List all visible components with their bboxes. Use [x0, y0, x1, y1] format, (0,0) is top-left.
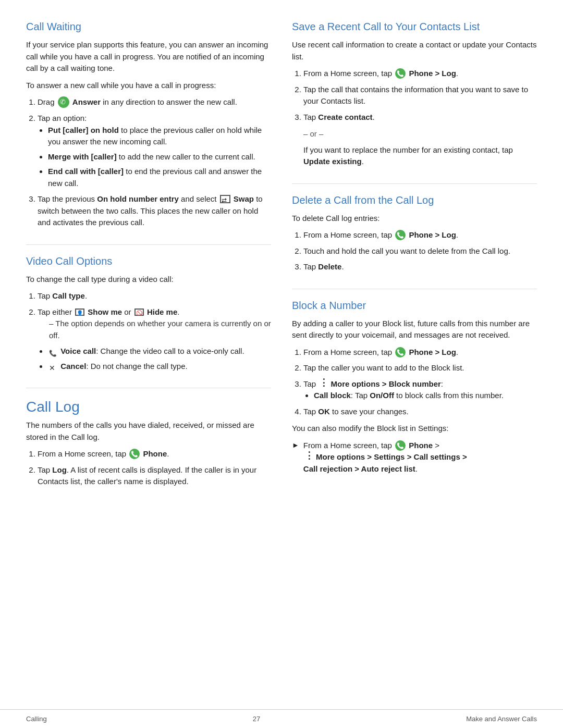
save-step3: Tap Create contact.: [303, 112, 537, 124]
delete-call-section: Delete a Call from the Call Log To delet…: [292, 194, 537, 273]
video-step2-subitems: The option depends on whether your camer…: [38, 318, 271, 341]
divider-4: [292, 289, 537, 289]
block-options: Call block: Tap On/Off to block calls fr…: [314, 390, 537, 402]
call-block-option: Call block: Tap On/Off to block calls fr…: [314, 390, 537, 402]
content-area: Call Waiting If your service plan suppor…: [0, 0, 563, 709]
block-number-para: By adding a caller to your Block list, f…: [292, 318, 537, 341]
call-waiting-step1: Drag Answer in any direction to answer t…: [38, 96, 271, 108]
divider-2: [26, 388, 271, 388]
left-column: Call Waiting If your service plan suppor…: [26, 21, 271, 668]
answer-bold: Answer: [72, 97, 101, 106]
answer-icon: [58, 96, 69, 108]
divider-3: [292, 183, 537, 184]
more-options-icon: ⋮: [319, 380, 327, 388]
phone-icon-2: [395, 68, 406, 79]
call-log-title: Call Log: [26, 399, 271, 415]
footer: Calling 27 Make and Answer Calls: [0, 709, 563, 728]
option-merge: Merge with [caller] to add the new calle…: [48, 151, 271, 163]
voice-call-icon: [49, 347, 57, 355]
video-step1: Tap Call type.: [38, 290, 271, 302]
delete-step3: Tap Delete.: [303, 261, 537, 273]
save-recent-call-steps: From a Home screen, tap Phone > Log. Tap…: [303, 68, 537, 123]
block-step1: From a Home screen, tap Phone > Log.: [303, 347, 537, 359]
call-log-steps: From a Home screen, tap Phone. Tap Log. …: [38, 448, 271, 488]
more-options-icon-2: ⋮: [304, 453, 313, 461]
arrow-text: From a Home screen, tap Phone > ⋮ More o…: [303, 440, 467, 475]
also-text: You can also modify the Block list in Se…: [292, 423, 537, 435]
save-step2: Tap the call that contains the informati…: [303, 84, 537, 107]
save-recent-call-section: Save a Recent Call to Your Contacts List…: [292, 21, 537, 168]
call-waiting-step2: Tap an option: Put [caller] on hold to p…: [38, 113, 271, 189]
block-step3: Tap ⋮ More options > Block number: Call …: [303, 378, 537, 402]
page-container: Call Waiting If your service plan suppor…: [0, 0, 563, 728]
delete-step1: From a Home screen, tap Phone > Log.: [303, 229, 537, 241]
footer-center: 27: [253, 715, 260, 723]
phone-icon-3: [395, 230, 406, 240]
call-log-para: The numbers of the calls you have dialed…: [26, 419, 271, 443]
swap-icon: [220, 195, 230, 203]
arrow-right: ►: [292, 441, 299, 449]
phone-icon-4: [395, 347, 406, 357]
cancel-option: Cancel: Do not change the call type.: [48, 361, 271, 373]
show-me-icon: [75, 309, 84, 316]
call-waiting-title: Call Waiting: [26, 21, 271, 33]
call-waiting-step3: Tap the previous On hold number entry an…: [38, 193, 271, 229]
phone-icon-5: [395, 440, 406, 451]
call-waiting-section: Call Waiting If your service plan suppor…: [26, 21, 271, 229]
call-log-section: Call Log The numbers of the calls you ha…: [26, 399, 271, 488]
delete-call-para: To delete Call log entries:: [292, 213, 537, 225]
option-end-call: End call with [caller] to end the previo…: [48, 166, 271, 189]
phone-icon-1: [129, 449, 140, 459]
save-recent-call-para: Use recent call information to create a …: [292, 39, 537, 63]
footer-left: Calling: [26, 715, 47, 723]
footer-right: Make and Answer Calls: [466, 715, 537, 723]
save-step1: From a Home screen, tap Phone > Log.: [303, 68, 537, 80]
video-call-steps: Tap Call type. Tap either Show me or Hid…: [38, 290, 271, 372]
call-waiting-para2: To answer a new call while you have a ca…: [26, 80, 271, 92]
delete-call-steps: From a Home screen, tap Phone > Log. Tou…: [303, 229, 537, 273]
block-number-section: Block a Number By adding a caller to you…: [292, 300, 537, 475]
call-log-step2: Tap Log. A list of recent calls is displ…: [38, 464, 271, 488]
divider-1: [26, 244, 271, 245]
video-call-options-section: Video Call Options To change the call ty…: [26, 255, 271, 373]
video-call-para: To change the call type during a video c…: [26, 274, 271, 286]
cancel-icon: [49, 362, 57, 371]
block-number-steps: From a Home screen, tap Phone > Log. Tap…: [303, 347, 537, 418]
call-waiting-para1: If your service plan supports this featu…: [26, 39, 271, 75]
call-log-step1: From a Home screen, tap Phone.: [38, 448, 271, 460]
arrow-bullet-settings: ► From a Home screen, tap Phone > ⋮ More…: [292, 440, 537, 475]
call-waiting-options: Put [caller] on hold to place the previo…: [48, 125, 271, 190]
block-number-title: Block a Number: [292, 300, 537, 312]
update-existing-text: If you want to replace the number for an…: [303, 144, 537, 168]
save-recent-call-title: Save a Recent Call to Your Contacts List: [292, 21, 537, 33]
block-step4: Tap OK to save your changes.: [303, 406, 537, 418]
call-waiting-steps: Drag Answer in any direction to answer t…: [38, 96, 271, 229]
delete-step2: Touch and hold the call you want to dele…: [303, 245, 537, 257]
video-call-options-title: Video Call Options: [26, 255, 271, 267]
video-options: Voice call: Change the video call to a v…: [48, 346, 271, 372]
video-step2: Tap either Show me or Hide me. The optio…: [38, 306, 271, 373]
right-column: Save a Recent Call to Your Contacts List…: [292, 21, 537, 668]
voice-call-option: Voice call: Change the video call to a v…: [48, 346, 271, 357]
block-step2: Tap the caller you want to add to the Bl…: [303, 362, 537, 374]
option-put-on-hold: Put [caller] on hold to place the previo…: [48, 125, 271, 148]
delete-call-title: Delete a Call from the Call Log: [292, 194, 537, 206]
hide-me-icon: [134, 309, 144, 316]
video-sub-dash: The option depends on whether your camer…: [49, 318, 271, 341]
or-separator: – or –: [303, 128, 537, 140]
